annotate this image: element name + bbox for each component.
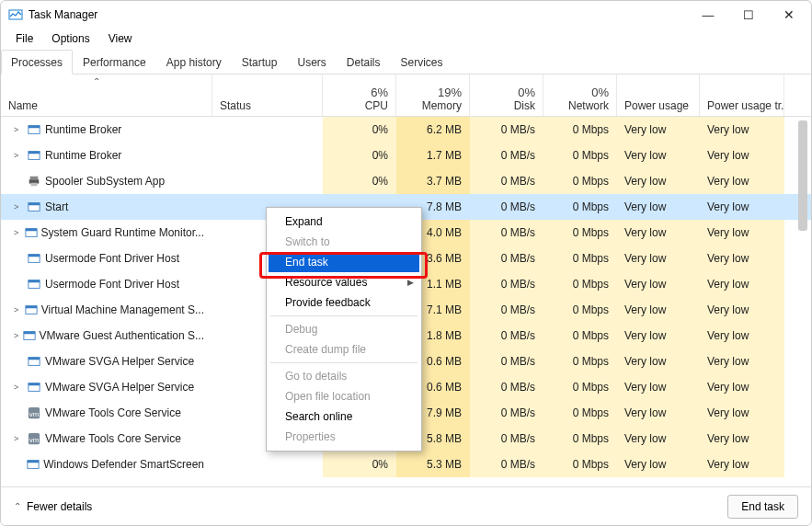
process-name-cell: >VMware SVGA Helper Service [1, 374, 212, 400]
col-status[interactable]: Status [212, 74, 323, 116]
process-power: Very low [617, 452, 700, 477]
scrollbar-thumb[interactable] [798, 120, 807, 231]
svg-text:vm: vm [29, 409, 40, 417]
process-power: Very low [617, 220, 700, 246]
col-power-usage-trend[interactable]: Power usage tr... [700, 74, 784, 116]
process-name: Virtual Machine Management S... [41, 303, 204, 316]
process-power-trend: Very low [700, 400, 784, 426]
context-menu: Expand Switch to End task Resource value… [266, 207, 422, 452]
process-power: Very low [617, 323, 700, 349]
tab-startup[interactable]: Startup [232, 50, 288, 74]
process-power-trend: Very low [700, 374, 784, 400]
col-name[interactable]: ⌃ Name [1, 74, 212, 116]
app-icon [8, 7, 23, 22]
process-disk: 0 MB/s [470, 271, 543, 297]
vertical-scrollbar[interactable] [796, 74, 809, 486]
expand-icon[interactable]: > [14, 434, 23, 443]
expand-icon[interactable]: > [14, 202, 23, 212]
svg-rect-15 [29, 280, 40, 282]
expand-icon[interactable]: > [14, 151, 23, 160]
expand-icon[interactable]: > [14, 125, 23, 134]
process-icon [27, 148, 41, 163]
maximize-button[interactable]: ☐ [728, 2, 769, 28]
tab-users[interactable]: Users [287, 50, 336, 74]
process-cpu: 0% [323, 117, 396, 143]
ctx-expand[interactable]: Expand [269, 212, 419, 232]
process-disk: 0 MB/s [470, 323, 543, 349]
ctx-provide-feedback[interactable]: Provide feedback [269, 292, 419, 313]
process-network: 0 Mbps [543, 297, 617, 323]
process-disk: 0 MB/s [470, 349, 543, 374]
expand-icon[interactable]: > [14, 228, 21, 237]
process-name-cell: Usermode Font Driver Host [1, 271, 212, 297]
process-disk: 0 MB/s [470, 297, 543, 323]
process-icon [27, 354, 41, 369]
process-icon: vm [27, 431, 41, 446]
process-power: Very low [617, 194, 700, 220]
process-power: Very low [617, 246, 700, 271]
ctx-end-task[interactable]: End task [269, 252, 419, 272]
end-task-button[interactable]: End task [727, 495, 798, 519]
ctx-search-online[interactable]: Search online [269, 406, 419, 427]
process-name-cell: >Start [1, 194, 212, 220]
process-power-trend: Very low [700, 194, 784, 220]
tab-app-history[interactable]: App history [156, 50, 232, 74]
process-status [212, 168, 323, 194]
minimize-button[interactable]: — [688, 2, 728, 28]
ctx-switch-to: Switch to [269, 232, 419, 252]
col-cpu[interactable]: 6%CPU [323, 74, 396, 116]
col-network[interactable]: 0%Network [543, 74, 617, 116]
expand-icon[interactable]: > [14, 331, 19, 340]
tab-details[interactable]: Details [337, 50, 391, 74]
menubar: File Options View [1, 29, 811, 49]
process-name-cell: Usermode Font Driver Host [1, 246, 212, 271]
process-power: Very low [617, 168, 700, 194]
process-row[interactable]: Spooler SubSystem App0%3.7 MB0 MB/s0 Mbp… [1, 168, 811, 194]
col-disk[interactable]: 0%Disk [470, 74, 543, 116]
process-disk: 0 MB/s [470, 374, 543, 400]
svg-rect-4 [29, 151, 40, 154]
svg-rect-2 [29, 125, 40, 128]
close-button[interactable]: ✕ [769, 2, 809, 28]
expand-icon[interactable]: > [14, 383, 23, 392]
tab-processes[interactable]: Processes [1, 50, 73, 74]
process-disk: 0 MB/s [470, 117, 543, 143]
svg-rect-17 [26, 305, 37, 308]
process-network: 0 Mbps [543, 220, 617, 246]
menu-view[interactable]: View [99, 30, 142, 47]
process-power: Very low [617, 400, 700, 426]
column-headers: ⌃ Name Status 6%CPU 19%Memory 0%Disk 0%N… [1, 74, 811, 117]
process-network: 0 Mbps [543, 374, 617, 400]
svg-rect-0 [9, 10, 22, 19]
svg-rect-13 [29, 254, 40, 257]
ctx-create-dump: Create dump file [269, 339, 419, 360]
process-icon [25, 225, 38, 240]
process-name: Runtime Broker [45, 123, 121, 136]
svg-rect-29 [28, 460, 39, 463]
col-power-usage[interactable]: Power usage [617, 74, 700, 116]
process-row[interactable]: Windows Defender SmartScreen0%5.3 MB0 MB… [1, 452, 811, 477]
process-status [212, 143, 323, 168]
process-row[interactable]: >Runtime Broker0%1.7 MB0 MB/s0 MbpsVery … [1, 143, 811, 168]
process-network: 0 Mbps [543, 168, 617, 194]
menu-file[interactable]: File [6, 30, 42, 47]
svg-rect-5 [30, 176, 39, 179]
process-power: Very low [617, 271, 700, 297]
fewer-details-button[interactable]: ⌃ Fewer details [14, 500, 92, 513]
ctx-separator [270, 315, 417, 316]
process-name-cell: >VMware Guest Authentication S... [1, 323, 212, 349]
process-network: 0 Mbps [543, 143, 617, 168]
process-power-trend: Very low [700, 271, 784, 297]
process-icon [23, 328, 36, 343]
process-name-cell: >vmVMware Tools Core Service [1, 426, 212, 452]
process-row[interactable]: >Runtime Broker0%6.2 MB0 MB/s0 MbpsVery … [1, 117, 811, 143]
ctx-open-file-location: Open file location [269, 386, 419, 406]
process-name: VMware SVGA Helper Service [45, 355, 194, 368]
process-icon [27, 122, 41, 137]
tab-services[interactable]: Services [391, 50, 453, 74]
tab-performance[interactable]: Performance [73, 50, 156, 74]
ctx-resource-values[interactable]: Resource values▶ [269, 272, 419, 292]
expand-icon[interactable]: > [14, 305, 21, 314]
menu-options[interactable]: Options [42, 30, 98, 47]
col-memory[interactable]: 19%Memory [396, 74, 470, 116]
